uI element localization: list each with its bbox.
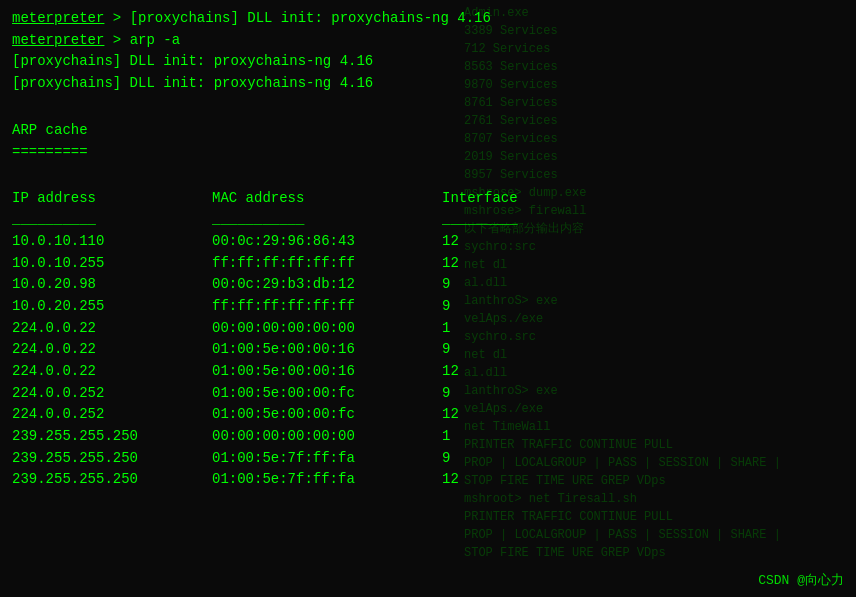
table-row: 224.0.0.2201:00:5e:00:00:169 xyxy=(12,339,844,361)
cell-ip: 224.0.0.22 xyxy=(12,361,212,383)
col-header-interface: Interface xyxy=(442,188,542,210)
watermark: CSDN @向心力 xyxy=(758,571,844,589)
cell-mac: ff:ff:ff:ff:ff:ff xyxy=(212,253,442,275)
cell-ip: 239.255.255.250 xyxy=(12,469,212,491)
col-underline-iface: _________ xyxy=(442,209,542,231)
cell-mac: 01:00:5e:7f:ff:fa xyxy=(212,448,442,470)
cell-mac: 01:00:5e:00:00:16 xyxy=(212,361,442,383)
cell-mac: 01:00:5e:00:00:fc xyxy=(212,383,442,405)
col-underline-ip: __________ xyxy=(12,209,212,231)
arp-cache-label: ARP cache xyxy=(12,122,88,138)
cell-mac: ff:ff:ff:ff:ff:ff xyxy=(212,296,442,318)
col-underline-mac: ___________ xyxy=(212,209,442,231)
table-row: 224.0.0.25201:00:5e:00:00:fc12 xyxy=(12,404,844,426)
cell-ip: 224.0.0.22 xyxy=(12,318,212,340)
cell-interface: 12 xyxy=(442,404,542,426)
table-row: 239.255.255.25000:00:00:00:00:001 xyxy=(12,426,844,448)
arp-cache-header: ARP cache xyxy=(12,120,844,142)
prompt-link-1[interactable]: meterpreter xyxy=(12,10,104,26)
table-row: 239.255.255.25001:00:5e:7f:ff:fa9 xyxy=(12,448,844,470)
cell-mac: 01:00:5e:00:00:16 xyxy=(212,339,442,361)
cell-interface: 9 xyxy=(442,339,542,361)
cell-mac: 00:0c:29:96:86:43 xyxy=(212,231,442,253)
terminal-window: Admin.exe 3389 Services 712 Services 856… xyxy=(0,0,856,597)
terminal-line-3: [proxychains] DLL init: proxychains-ng 4… xyxy=(12,51,844,73)
cell-mac: 00:0c:29:b3:db:12 xyxy=(212,274,442,296)
table-row: 10.0.20.255ff:ff:ff:ff:ff:ff9 xyxy=(12,296,844,318)
terminal-line-1: meterpreter > [proxychains] DLL init: pr… xyxy=(12,8,844,30)
cell-interface: 12 xyxy=(442,469,542,491)
cell-ip: 239.255.255.250 xyxy=(12,426,212,448)
table-row: 10.0.10.11000:0c:29:96:86:4312 xyxy=(12,231,844,253)
table-header-row: IP address MAC address Interface xyxy=(12,188,844,210)
underline-text: ========= xyxy=(12,144,88,160)
prompt-link-2[interactable]: meterpreter xyxy=(12,32,104,48)
cell-ip: 10.0.20.255 xyxy=(12,296,212,318)
cell-mac: 01:00:5e:00:00:fc xyxy=(212,404,442,426)
cell-interface: 1 xyxy=(442,318,542,340)
terminal-line-4: [proxychains] DLL init: proxychains-ng 4… xyxy=(12,73,844,95)
blank-line-2 xyxy=(12,164,844,186)
table-row: 224.0.0.2201:00:5e:00:00:1612 xyxy=(12,361,844,383)
cell-ip: 10.0.10.255 xyxy=(12,253,212,275)
table-row: 224.0.0.2200:00:00:00:00:001 xyxy=(12,318,844,340)
cmd-text-1: > [proxychains] DLL init: proxychains-ng… xyxy=(104,10,490,26)
proxychains-line-2: [proxychains] DLL init: proxychains-ng 4… xyxy=(12,75,373,91)
col-header-ip: IP address xyxy=(12,188,212,210)
cell-interface: 9 xyxy=(442,274,542,296)
blank-line-1 xyxy=(12,95,844,117)
cmd-text-2: > arp -a xyxy=(104,32,180,48)
cell-interface: 9 xyxy=(442,383,542,405)
terminal-line-2: meterpreter > arp -a xyxy=(12,30,844,52)
proxychains-line-1: [proxychains] DLL init: proxychains-ng 4… xyxy=(12,53,373,69)
table-body: 10.0.10.11000:0c:29:96:86:431210.0.10.25… xyxy=(12,231,844,491)
cell-interface: 12 xyxy=(442,231,542,253)
cell-ip: 224.0.0.22 xyxy=(12,339,212,361)
col-header-mac: MAC address xyxy=(212,188,442,210)
arp-table: IP address MAC address Interface _______… xyxy=(12,188,844,492)
cell-interface: 12 xyxy=(442,361,542,383)
cell-interface: 1 xyxy=(442,426,542,448)
cell-mac: 01:00:5e:7f:ff:fa xyxy=(212,469,442,491)
cell-ip: 10.0.10.110 xyxy=(12,231,212,253)
cell-interface: 12 xyxy=(442,253,542,275)
table-underline-row: __________ ___________ _________ xyxy=(12,209,844,231)
table-row: 239.255.255.25001:00:5e:7f:ff:fa12 xyxy=(12,469,844,491)
table-row: 10.0.20.9800:0c:29:b3:db:129 xyxy=(12,274,844,296)
table-row: 10.0.10.255ff:ff:ff:ff:ff:ff12 xyxy=(12,253,844,275)
cell-ip: 224.0.0.252 xyxy=(12,383,212,405)
cell-mac: 00:00:00:00:00:00 xyxy=(212,318,442,340)
cell-mac: 00:00:00:00:00:00 xyxy=(212,426,442,448)
cell-ip: 10.0.20.98 xyxy=(12,274,212,296)
cell-ip: 239.255.255.250 xyxy=(12,448,212,470)
arp-cache-underline: ========= xyxy=(12,142,844,164)
cell-interface: 9 xyxy=(442,448,542,470)
cell-interface: 9 xyxy=(442,296,542,318)
table-row: 224.0.0.25201:00:5e:00:00:fc9 xyxy=(12,383,844,405)
cell-ip: 224.0.0.252 xyxy=(12,404,212,426)
